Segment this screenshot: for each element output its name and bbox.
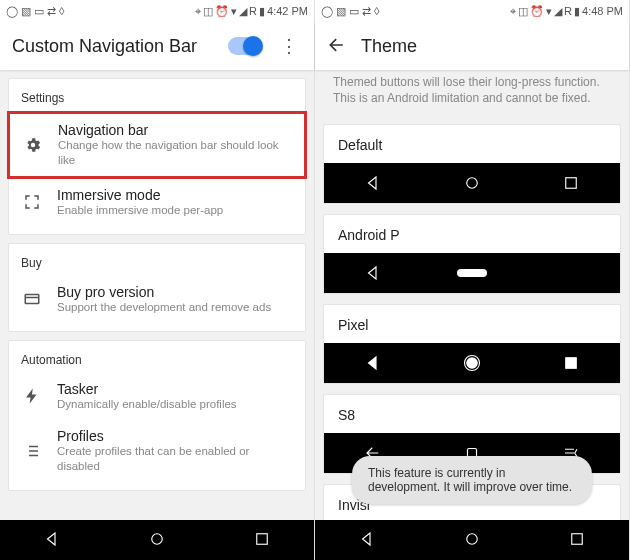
nav-back-icon[interactable]	[358, 530, 376, 551]
bluetooth-icon: ⌖	[195, 6, 201, 17]
signal-icon: ◢	[239, 6, 247, 17]
svg-point-3	[467, 178, 478, 189]
bolt-icon	[21, 387, 43, 405]
nav-home-icon[interactable]	[463, 530, 481, 551]
battery-icon: ▮	[259, 6, 265, 17]
row-sub: Change how the navigation bar should loo…	[58, 138, 292, 168]
circle-icon: ◯	[321, 6, 333, 17]
wifi-icon: ▾	[231, 6, 237, 17]
svg-point-1	[152, 533, 163, 544]
row-navigation-bar[interactable]: Navigation bar Change how the navigation…	[7, 111, 307, 179]
shuffle-icon: ⇄	[362, 6, 371, 17]
theme-name: S8	[324, 395, 620, 433]
row-title: Navigation bar	[58, 122, 292, 138]
image-icon: ▧	[336, 6, 346, 17]
settings-content: Settings Navigation bar Change how the n…	[0, 70, 314, 560]
status-bar: ◯ ▧ ▭ ⇄ ◊ ⌖ ◫ ⏰ ▾ ◢ R ▮ 4:48 PM	[315, 0, 629, 22]
signal-icon: ◢	[554, 6, 562, 17]
section-buy: Buy Buy pro version Support the developm…	[8, 243, 306, 332]
nav-preview	[324, 163, 620, 203]
circle-icon: ◯	[6, 6, 18, 17]
theme-name: Default	[324, 125, 620, 163]
system-nav	[0, 520, 314, 560]
row-sub: Support the development and remove ads	[57, 300, 293, 315]
net-label: R	[249, 6, 257, 17]
nav-home-pill-icon	[432, 269, 512, 277]
nav-preview	[324, 343, 620, 383]
nav-back-icon	[333, 174, 413, 192]
app-title: Custom Navigation Bar	[12, 36, 214, 57]
row-title: Profiles	[57, 428, 293, 444]
alarm-icon: ⏰	[530, 6, 544, 17]
theme-name: Android P	[324, 215, 620, 253]
app-bar: Theme	[315, 22, 629, 70]
list-icon	[21, 442, 43, 460]
theme-android-p[interactable]: Android P	[323, 214, 621, 294]
toast: This feature is currently in development…	[352, 456, 592, 504]
svg-rect-2	[256, 533, 267, 544]
nav-back-icon	[333, 264, 413, 282]
fullscreen-icon	[21, 193, 43, 211]
row-title: Buy pro version	[57, 284, 293, 300]
theme-default[interactable]: Default	[323, 124, 621, 204]
row-profiles[interactable]: Profiles Create profiles that can be ena…	[9, 420, 305, 482]
row-sub: Enable immersive mode per-app	[57, 203, 293, 218]
svg-point-9	[467, 533, 478, 544]
wifi-icon: ▾	[546, 6, 552, 17]
vibrate-icon: ◫	[203, 6, 213, 17]
cloud-icon: ▭	[349, 6, 359, 17]
alarm-icon: ⏰	[215, 6, 229, 17]
nav-recent-icon	[531, 354, 611, 372]
theme-hint: Themed buttons will lose their long-pres…	[323, 70, 621, 114]
row-title: Immersive mode	[57, 187, 293, 203]
phone-right: ◯ ▧ ▭ ⇄ ◊ ⌖ ◫ ⏰ ▾ ◢ R ▮ 4:48 PM Theme Th…	[315, 0, 630, 560]
vibrate-icon: ◫	[518, 6, 528, 17]
svg-point-5	[467, 358, 478, 369]
row-title: Tasker	[57, 381, 293, 397]
status-time: 4:42 PM	[267, 5, 308, 17]
drop-icon: ◊	[59, 6, 64, 17]
master-toggle[interactable]	[228, 37, 262, 55]
nav-recent-icon	[531, 174, 611, 192]
section-label: Settings	[9, 87, 305, 111]
card-icon	[21, 290, 43, 308]
svg-rect-10	[571, 533, 582, 544]
section-settings: Settings Navigation bar Change how the n…	[8, 78, 306, 235]
nav-recent-icon[interactable]	[568, 530, 586, 551]
status-time: 4:48 PM	[582, 5, 623, 17]
net-label: R	[564, 6, 572, 17]
phone-left: ◯ ▧ ▭ ⇄ ◊ ⌖ ◫ ⏰ ▾ ◢ R ▮ 4:42 PM Custom N…	[0, 0, 315, 560]
theme-name: Pixel	[324, 305, 620, 343]
battery-icon: ▮	[574, 6, 580, 17]
nav-home-icon	[432, 174, 512, 192]
section-label: Buy	[9, 252, 305, 276]
app-bar: Custom Navigation Bar ⋮	[0, 22, 314, 70]
row-immersive-mode[interactable]: Immersive mode Enable immersive mode per…	[9, 179, 305, 226]
bluetooth-icon: ⌖	[510, 6, 516, 17]
image-icon: ▧	[21, 6, 31, 17]
overflow-icon[interactable]: ⋮	[276, 35, 302, 57]
nav-back-icon	[333, 354, 413, 372]
svg-rect-0	[25, 295, 39, 304]
drop-icon: ◊	[374, 6, 379, 17]
cloud-icon: ▭	[34, 6, 44, 17]
system-nav	[315, 520, 629, 560]
shuffle-icon: ⇄	[47, 6, 56, 17]
row-sub: Dynamically enable/disable profiles	[57, 397, 293, 412]
nav-home-icon	[432, 354, 512, 372]
row-tasker[interactable]: Tasker Dynamically enable/disable profil…	[9, 373, 305, 420]
row-sub: Create profiles that can be enabled or d…	[57, 444, 293, 474]
back-icon[interactable]	[327, 35, 347, 58]
nav-preview	[324, 253, 620, 293]
section-label: Automation	[9, 349, 305, 373]
nav-recent-icon[interactable]	[253, 530, 271, 551]
app-title: Theme	[361, 36, 617, 57]
svg-rect-7	[565, 358, 576, 369]
row-buy-pro[interactable]: Buy pro version Support the development …	[9, 276, 305, 323]
gear-icon	[22, 136, 44, 154]
theme-pixel[interactable]: Pixel	[323, 304, 621, 384]
section-automation: Automation Tasker Dynamically enable/dis…	[8, 340, 306, 491]
nav-home-icon[interactable]	[148, 530, 166, 551]
nav-back-icon[interactable]	[43, 530, 61, 551]
status-bar: ◯ ▧ ▭ ⇄ ◊ ⌖ ◫ ⏰ ▾ ◢ R ▮ 4:42 PM	[0, 0, 314, 22]
